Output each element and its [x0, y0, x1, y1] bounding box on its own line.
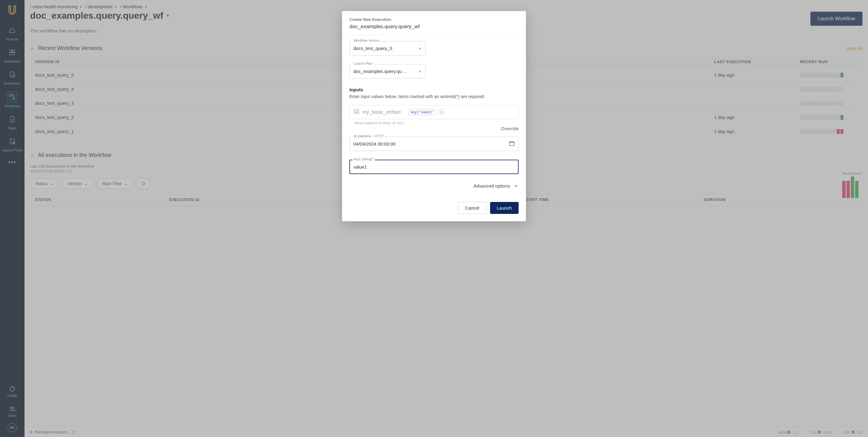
artifact-add-tag[interactable]: + — [438, 110, 444, 115]
cancel-button[interactable]: Cancel — [458, 202, 487, 214]
override-link[interactable]: Override — [349, 126, 519, 131]
inputs-hint: Enter input values below. Items marked w… — [349, 94, 519, 99]
key1-input[interactable] — [349, 160, 519, 174]
svg-point-14 — [357, 111, 358, 112]
launch-modal: Create New Execution doc_examples.query.… — [342, 11, 526, 221]
dt-input[interactable] — [349, 137, 519, 151]
inputs-heading: Inputs — [349, 87, 519, 92]
modal-title: doc_examples.query.query_wf — [349, 24, 519, 30]
calendar-icon[interactable] — [509, 141, 515, 148]
artifact-input[interactable]: my_basic_artifact key1:"value1" + — [349, 105, 519, 119]
advanced-options-toggle[interactable]: Advanced options — [349, 183, 519, 188]
svg-rect-15 — [510, 142, 514, 146]
launch-button[interactable]: Launch — [490, 202, 519, 214]
dt-field[interactable]: dt (datetime - UTC)* — [349, 137, 519, 151]
chevron-down-icon — [514, 184, 519, 188]
modal-overlay[interactable]: Create New Execution doc_examples.query.… — [0, 0, 868, 437]
artifact-icon — [353, 108, 360, 116]
artifact-tag[interactable]: key1:"value1" — [409, 109, 435, 115]
key1-field[interactable]: key1 (string)* — [349, 160, 519, 174]
artifact-name: my_basic_artifact — [363, 110, 405, 115]
modal-subtitle: Create New Execution — [349, 17, 519, 22]
key1-label: key1 (string)* — [352, 157, 375, 161]
launch-plan-select[interactable]: Launch Plan doc_examples.query.qu ... ▼ — [349, 64, 426, 79]
artifact-subhint: Values supplied by fields: dt, key1 — [354, 121, 519, 125]
workflow-version-select[interactable]: Workflow Version docs_test_query_5 ▼ — [349, 41, 426, 56]
svg-point-13 — [355, 111, 356, 112]
workflow-version-label: Workflow Version — [352, 39, 381, 42]
dt-label: dt (datetime - UTC)* — [352, 134, 385, 138]
launch-plan-label: Launch Plan — [352, 62, 374, 65]
